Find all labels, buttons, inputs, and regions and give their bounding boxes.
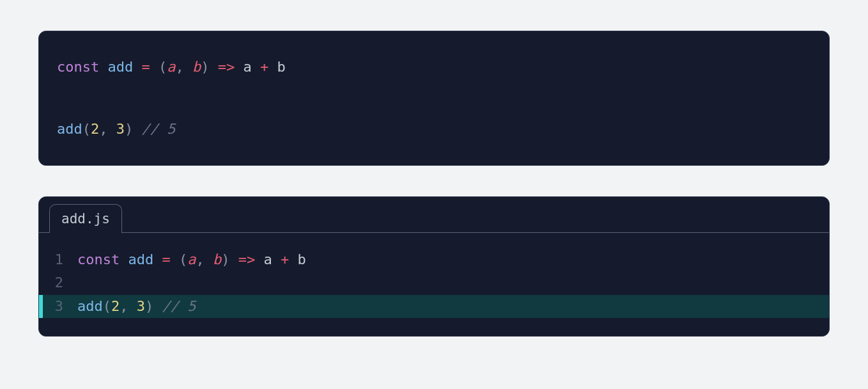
token-space xyxy=(108,121,116,137)
token-plus: + xyxy=(260,59,268,75)
line-number: 2 xyxy=(39,271,77,294)
token-paren-open: ( xyxy=(159,59,167,75)
token-identifier: b xyxy=(297,251,306,267)
token-space xyxy=(120,251,128,267)
token-paren-open: ( xyxy=(103,298,111,314)
token-number: 2 xyxy=(111,298,120,314)
token-keyword: const xyxy=(77,251,120,267)
token-param: a xyxy=(167,59,175,75)
token-paren-open: ( xyxy=(179,251,187,267)
token-space xyxy=(235,59,243,75)
token-comma: , xyxy=(99,121,107,137)
token-space xyxy=(153,251,162,267)
line-number: 1 xyxy=(39,248,77,271)
token-fn-call: add xyxy=(57,121,82,137)
token-space xyxy=(150,59,159,75)
token-space xyxy=(209,59,217,75)
token-paren-close: ) xyxy=(201,59,209,75)
code-block-tabbed: add.js 1 const add = (a, b) => a + b 2 3… xyxy=(38,196,830,337)
token-number: 3 xyxy=(137,298,145,314)
token-identifier: b xyxy=(277,59,285,75)
token-equals: = xyxy=(162,251,170,267)
code-line-empty: 2 xyxy=(39,271,829,294)
token-space xyxy=(268,59,277,75)
token-keyword: const xyxy=(57,59,99,75)
token-space xyxy=(229,251,238,267)
token-space xyxy=(133,121,141,137)
token-space xyxy=(289,251,297,267)
token-identifier: add xyxy=(128,251,153,267)
token-identifier: a xyxy=(243,59,251,75)
token-space xyxy=(128,298,137,314)
token-param: b xyxy=(192,59,201,75)
code-line: const add = (a, b) => a + b xyxy=(57,52,811,83)
code-body: 1 const add = (a, b) => a + b 2 3 add(2,… xyxy=(39,233,829,336)
token-comment: // 5 xyxy=(142,121,176,137)
token-space xyxy=(171,251,179,267)
token-equals: = xyxy=(141,59,150,75)
token-space xyxy=(153,298,162,314)
token-space xyxy=(255,251,263,267)
code-line-highlighted: 3 add(2, 3) // 5 xyxy=(39,295,829,318)
code-block-simple: const add = (a, b) => a + b add(2, 3) //… xyxy=(38,31,830,166)
token-comment: // 5 xyxy=(162,298,196,314)
code-line: 1 const add = (a, b) => a + b xyxy=(39,248,829,271)
token-space xyxy=(252,59,260,75)
token-number: 3 xyxy=(116,121,125,137)
code-line-empty xyxy=(57,83,811,113)
token-paren-close: ) xyxy=(221,251,229,267)
line-number: 3 xyxy=(39,295,77,318)
code-line: add(2, 3) // 5 xyxy=(57,114,811,145)
tab-bar: add.js xyxy=(39,197,829,233)
token-space xyxy=(205,251,213,267)
token-identifier: a xyxy=(263,251,272,267)
token-arrow: => xyxy=(238,251,256,267)
token-comma: , xyxy=(120,298,128,314)
token-space xyxy=(184,59,192,75)
token-param: a xyxy=(187,251,196,267)
token-number: 2 xyxy=(91,121,99,137)
token-space xyxy=(99,59,107,75)
token-comma: , xyxy=(196,251,204,267)
token-paren-close: ) xyxy=(145,298,153,314)
token-paren-open: ( xyxy=(82,121,91,137)
token-fn-call: add xyxy=(77,298,103,314)
tab-file[interactable]: add.js xyxy=(49,204,122,233)
token-plus: + xyxy=(281,251,289,267)
token-space xyxy=(133,59,141,75)
token-space xyxy=(272,251,281,267)
token-arrow: => xyxy=(218,59,235,75)
token-param: b xyxy=(213,251,221,267)
token-comma: , xyxy=(175,59,183,75)
token-paren-close: ) xyxy=(125,121,133,137)
token-identifier: add xyxy=(107,59,133,75)
